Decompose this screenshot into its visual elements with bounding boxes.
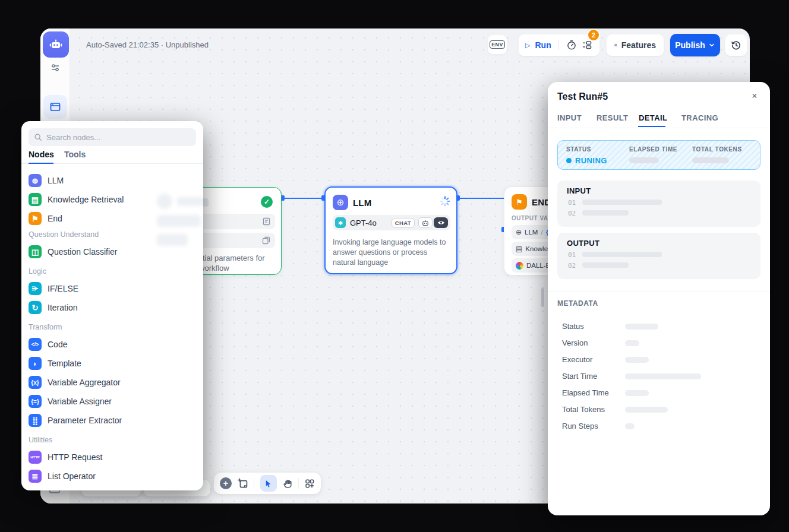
total-tokens-label: TOTAL TOKENS	[692, 146, 742, 153]
question-classifier-icon: ◫	[29, 245, 42, 258]
meta-skeleton	[625, 324, 658, 330]
tab-detail[interactable]: DETAIL	[639, 113, 667, 122]
end-icon: ⚑	[29, 212, 42, 225]
text-field-icon	[263, 217, 270, 226]
http-request-icon: HTTP	[29, 451, 42, 464]
sliders-icon	[51, 63, 60, 72]
app-logo-robot-icon[interactable]	[43, 31, 69, 58]
panel-scrollbar[interactable]	[541, 288, 544, 307]
line-number: 01	[568, 199, 576, 207]
variable-separator: /	[541, 229, 542, 236]
node-picker-panel: Nodes Tools ⊕ LLM ▤ Knowledge Retrieval …	[21, 121, 203, 490]
meta-skeleton	[625, 407, 668, 413]
meta-skeleton	[625, 373, 701, 379]
output-section: OUTPUT 01 02	[557, 233, 760, 279]
llm-node-description: Invoking large language models to answer…	[333, 238, 452, 268]
vision-robot-badge	[418, 217, 433, 228]
node-item-end[interactable]: ⚑ End	[25, 209, 200, 228]
workflow-settings-button[interactable]	[40, 63, 70, 72]
node-item-parameter-extractor[interactable]: ⣿ Parameter Extractor	[25, 411, 200, 430]
node-item-template[interactable]: ◗ Template	[25, 354, 200, 373]
line-number: 01	[568, 251, 576, 259]
node-item-iteration[interactable]: ↻ Iteration	[25, 298, 200, 317]
search-input[interactable]	[46, 133, 183, 142]
play-icon: ▷	[525, 42, 530, 49]
add-note-icon[interactable]	[238, 478, 248, 489]
history-clock-icon	[731, 40, 741, 50]
node-item-question-classifier[interactable]: ◫ Question Classifier	[25, 242, 200, 261]
pointer-mode-button[interactable]	[260, 475, 276, 492]
robot-badge-icon	[422, 220, 429, 226]
cursor-icon	[264, 479, 273, 488]
test-run-panel: Test Run#5 × INPUT RESULT DETAIL TRACING…	[548, 82, 770, 515]
node-search	[29, 128, 196, 146]
output-title: OUTPUT	[567, 239, 599, 248]
elapsed-time-label: ELAPSED TIME	[629, 146, 677, 153]
node-item-list-operator[interactable]: ≣ List Operator	[25, 467, 200, 486]
autosave-status: Auto-Saved 21:02:35 · Unpublished	[86, 40, 209, 49]
status-value: RUNING	[566, 156, 607, 165]
publish-button[interactable]: Publish	[670, 34, 720, 56]
tab-tracing[interactable]: TRACING	[681, 113, 718, 122]
meta-skeleton	[625, 340, 639, 346]
tab-input[interactable]: INPUT	[557, 113, 582, 122]
variable-aggregator-icon: {x}	[29, 376, 42, 389]
app-preview-button[interactable]	[43, 95, 67, 119]
env-button[interactable]: ENV	[487, 34, 507, 55]
knowledge-var-icon: ▤	[516, 245, 522, 253]
canvas-toolbar: +	[214, 473, 321, 494]
knowledge-retrieval-icon: ▤	[29, 193, 42, 206]
node-item-code[interactable]: </> Code	[25, 335, 200, 354]
end-variable-label: DALL-E	[526, 262, 550, 269]
close-icon[interactable]: ×	[747, 89, 762, 103]
end-variable-label: LLM	[525, 229, 538, 236]
node-item-knowledge-retrieval[interactable]: ▤ Knowledge Retrieval	[25, 190, 200, 209]
meta-label-total-tokens: Total Tokens	[562, 405, 605, 414]
llm-model-selector[interactable]: ∗ GPT-4o CHAT	[333, 215, 450, 230]
variable-assigner-icon: {=}	[29, 395, 42, 408]
node-item-llm[interactable]: ⊕ LLM	[25, 171, 200, 190]
features-button[interactable]: Features	[606, 34, 664, 56]
tab-tools[interactable]: Tools	[64, 150, 86, 159]
meta-label-run-steps: Run Steps	[562, 422, 598, 430]
line-number: 02	[568, 210, 576, 217]
run-button-group: ▷ Run 2	[518, 34, 600, 56]
llm-node[interactable]: ⊕ LLM ∗	[324, 186, 457, 274]
tab-nodes[interactable]: Nodes	[29, 150, 54, 159]
llm-node-header: ⊕ LLM	[333, 195, 371, 210]
iteration-icon: ↻	[29, 301, 42, 314]
section-question-understand: Question Understand	[29, 230, 99, 239]
elapsed-skeleton	[629, 157, 659, 163]
toolbar-separator	[513, 68, 513, 78]
checklist-icon[interactable]	[582, 40, 592, 50]
meta-label-version: Version	[562, 338, 588, 347]
node-item-variable-aggregator[interactable]: {x} Variable Aggregator	[25, 373, 200, 392]
node-item-http-request[interactable]: HTTP HTTP Request	[25, 448, 200, 467]
run-button[interactable]: Run	[535, 40, 551, 50]
node-item-variable-assigner[interactable]: {=} Variable Assigner	[25, 392, 200, 411]
llm-icon: ⊕	[29, 174, 42, 187]
edge-start-to-llm	[284, 198, 324, 199]
tokens-skeleton	[692, 157, 729, 163]
features-grid-icon	[614, 40, 617, 50]
screen: Auto-Saved 21:02:35 · Unpublished ENV ▷ …	[0, 0, 789, 532]
input-section: INPUT 01 02	[557, 180, 760, 227]
version-history-button[interactable]	[725, 34, 747, 56]
meta-label-elapsed-time: Elapsed Time	[562, 388, 609, 397]
run-history-icon[interactable]	[566, 40, 577, 50]
llm-model-name: GPT-4o	[350, 218, 392, 227]
metadata-divider	[548, 291, 770, 292]
chevron-down-icon	[708, 42, 715, 49]
parameter-extractor-icon: ⣿	[29, 414, 42, 427]
eye-icon	[437, 220, 445, 226]
output-skeleton	[582, 252, 662, 257]
metadata-title: METADATA	[557, 299, 598, 308]
add-node-icon[interactable]: +	[220, 477, 232, 489]
section-utilities: Utilities	[29, 436, 52, 444]
organize-layout-icon[interactable]	[305, 479, 315, 489]
hand-mode-icon[interactable]	[283, 479, 293, 489]
tab-result[interactable]: RESULT	[597, 113, 628, 122]
llm-icon: ⊕	[333, 195, 348, 210]
node-item-if-else[interactable]: ⋔ IF/ELSE	[25, 279, 200, 298]
publish-label: Publish	[675, 40, 705, 50]
